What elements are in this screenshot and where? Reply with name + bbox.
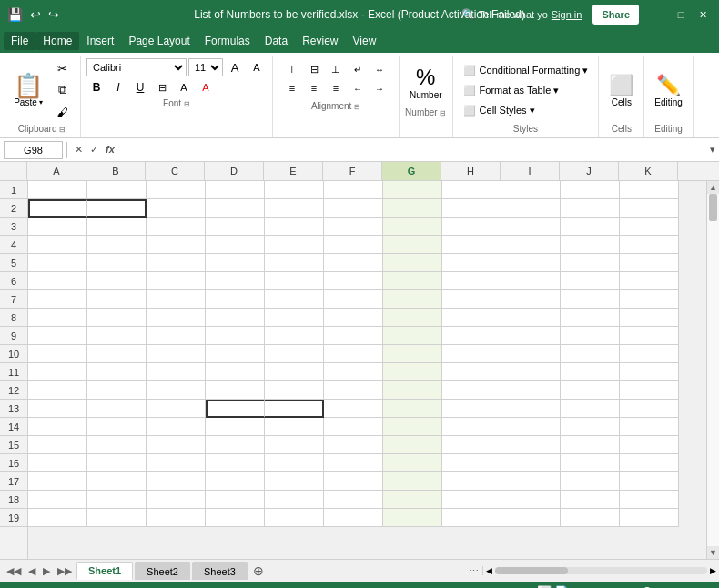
- col-header-b[interactable]: B: [86, 162, 146, 180]
- select-all-button[interactable]: [0, 162, 27, 180]
- sheet-nav-next[interactable]: ▶: [40, 565, 53, 577]
- page-layout-button[interactable]: 📄: [554, 585, 569, 589]
- cell-B2[interactable]: [87, 199, 147, 218]
- cell-K1[interactable]: [620, 181, 679, 199]
- cell-C4[interactable]: [147, 236, 206, 254]
- row-header-10[interactable]: 10: [0, 345, 27, 363]
- row-header-16[interactable]: 16: [0, 454, 27, 472]
- horizontal-scrollbar[interactable]: ◀ ▶: [482, 566, 719, 575]
- cell-D18[interactable]: [206, 491, 265, 509]
- format-as-table-button[interactable]: ⬜ Format as Table ▾: [459, 82, 593, 99]
- cell-C15[interactable]: [147, 436, 206, 454]
- h-scroll-thumb[interactable]: [495, 567, 568, 574]
- cell-G14[interactable]: [383, 418, 442, 436]
- cell-H4[interactable]: [442, 236, 501, 254]
- cell-I7[interactable]: [501, 290, 561, 309]
- cell-I8[interactable]: [501, 309, 561, 327]
- cell-D8[interactable]: [206, 309, 265, 327]
- cell-J10[interactable]: [561, 345, 620, 363]
- cell-D4[interactable]: [206, 236, 265, 254]
- decrease-font-button[interactable]: A: [247, 58, 267, 76]
- row-header-18[interactable]: 18: [0, 491, 27, 509]
- menu-home[interactable]: Home: [35, 32, 79, 50]
- formula-input[interactable]: [122, 144, 706, 157]
- cut-button[interactable]: ✂: [49, 58, 75, 78]
- decrease-indent-button[interactable]: ←: [348, 79, 368, 97]
- cell-D11[interactable]: [206, 363, 265, 381]
- cell-A13[interactable]: [28, 400, 87, 418]
- cell-J8[interactable]: [561, 309, 620, 327]
- cell-K17[interactable]: [620, 472, 679, 491]
- col-header-k[interactable]: K: [619, 162, 678, 180]
- row-header-12[interactable]: 12: [0, 381, 27, 400]
- cell-D7[interactable]: [206, 290, 265, 309]
- cell-G19[interactable]: [383, 509, 442, 527]
- cell-F10[interactable]: [324, 345, 383, 363]
- cell-C3[interactable]: [147, 218, 206, 236]
- cell-E8[interactable]: [265, 309, 324, 327]
- row-header-7[interactable]: 7: [0, 290, 27, 309]
- cell-A17[interactable]: [28, 472, 87, 491]
- col-header-j[interactable]: J: [560, 162, 619, 180]
- font-family-select[interactable]: Calibri: [86, 58, 187, 76]
- cell-F5[interactable]: [324, 254, 383, 272]
- col-header-c[interactable]: C: [146, 162, 205, 180]
- scroll-right-button[interactable]: ▶: [707, 566, 719, 575]
- cell-H18[interactable]: [442, 491, 501, 509]
- cell-F3[interactable]: [324, 218, 383, 236]
- cell-G15[interactable]: [383, 436, 442, 454]
- row-header-4[interactable]: 4: [0, 236, 27, 254]
- cell-J2[interactable]: [561, 199, 620, 218]
- cell-D17[interactable]: [206, 472, 265, 491]
- number-format-button[interactable]: % Number: [405, 58, 447, 106]
- increase-indent-button[interactable]: →: [370, 79, 390, 97]
- cell-G9[interactable]: [383, 327, 442, 345]
- row-header-13[interactable]: 13: [0, 400, 27, 418]
- cell-A12[interactable]: [28, 381, 87, 400]
- cell-G12[interactable]: [383, 381, 442, 400]
- cell-E17[interactable]: [265, 472, 324, 491]
- cells-button[interactable]: ⬜ Cells: [604, 69, 638, 112]
- cell-F8[interactable]: [324, 309, 383, 327]
- cell-D6[interactable]: [206, 272, 265, 290]
- cell-B18[interactable]: [87, 491, 147, 509]
- cell-H17[interactable]: [442, 472, 501, 491]
- cell-H10[interactable]: [442, 345, 501, 363]
- cell-J12[interactable]: [561, 381, 620, 400]
- cell-K12[interactable]: [620, 381, 679, 400]
- cell-J1[interactable]: [561, 181, 620, 199]
- cell-D10[interactable]: [206, 345, 265, 363]
- merge-center-button[interactable]: ↔: [370, 60, 390, 78]
- format-painter-button[interactable]: 🖌: [49, 102, 75, 122]
- col-header-i[interactable]: I: [501, 162, 560, 180]
- menu-data[interactable]: Data: [258, 32, 295, 50]
- cell-B9[interactable]: [87, 327, 147, 345]
- cell-D12[interactable]: [206, 381, 265, 400]
- cell-I15[interactable]: [501, 436, 561, 454]
- cell-K15[interactable]: [620, 436, 679, 454]
- menu-file[interactable]: File: [4, 32, 35, 50]
- vertical-scrollbar[interactable]: ▲ ▼: [706, 181, 719, 559]
- cell-A7[interactable]: [28, 290, 87, 309]
- cell-F6[interactable]: [324, 272, 383, 290]
- row-header-1[interactable]: 1: [0, 181, 27, 199]
- conditional-formatting-button[interactable]: ⬜ Conditional Formatting ▾: [459, 62, 593, 79]
- col-header-h[interactable]: H: [441, 162, 501, 180]
- cell-B5[interactable]: [87, 254, 147, 272]
- cell-D19[interactable]: [206, 509, 265, 527]
- cell-B17[interactable]: [87, 472, 147, 491]
- cell-J9[interactable]: [561, 327, 620, 345]
- cell-K14[interactable]: [620, 418, 679, 436]
- cell-E7[interactable]: [265, 290, 324, 309]
- col-header-g[interactable]: G: [382, 162, 441, 180]
- cell-E12[interactable]: [265, 381, 324, 400]
- col-header-f[interactable]: F: [323, 162, 382, 180]
- row-header-11[interactable]: 11: [0, 363, 27, 381]
- cell-G18[interactable]: [383, 491, 442, 509]
- cell-D9[interactable]: [206, 327, 265, 345]
- fill-color-button[interactable]: A: [174, 78, 194, 96]
- cell-B6[interactable]: [87, 272, 147, 290]
- cell-C9[interactable]: [147, 327, 206, 345]
- cell-K5[interactable]: [620, 254, 679, 272]
- cell-D5[interactable]: [206, 254, 265, 272]
